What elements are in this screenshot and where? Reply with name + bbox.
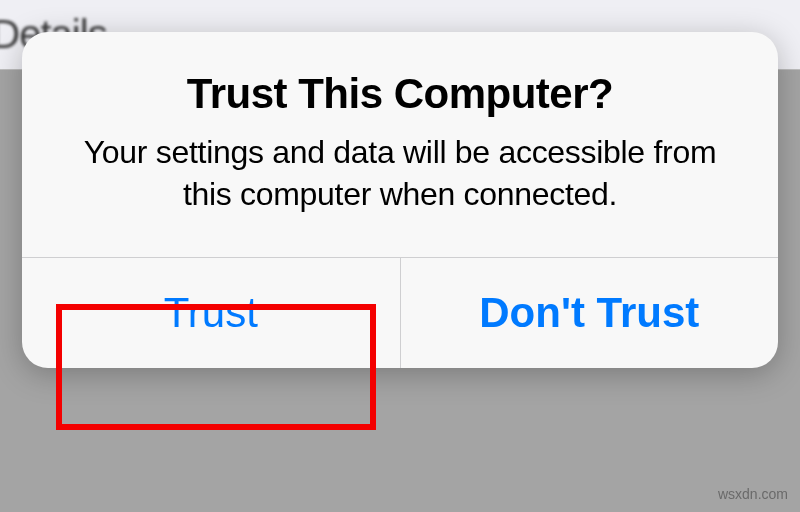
watermark-text: wsxdn.com <box>718 486 788 502</box>
trust-dialog: Trust This Computer? Your settings and d… <box>22 32 778 368</box>
dialog-message: Your settings and data will be accessibl… <box>62 132 738 215</box>
dialog-title: Trust This Computer? <box>62 70 738 118</box>
dialog-actions: Trust Don't Trust <box>22 257 778 368</box>
dont-trust-button[interactable]: Don't Trust <box>401 258 779 368</box>
dialog-content: Trust This Computer? Your settings and d… <box>22 32 778 257</box>
trust-button[interactable]: Trust <box>22 258 401 368</box>
